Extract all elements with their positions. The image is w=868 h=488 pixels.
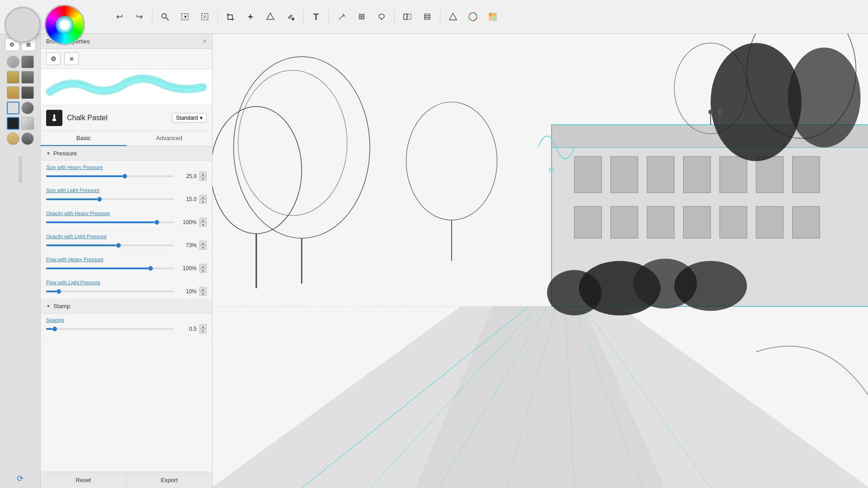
crop-tool[interactable] xyxy=(222,8,240,26)
opacity-heavy-down[interactable]: ▼ xyxy=(199,222,207,227)
size-light-thumb[interactable] xyxy=(97,197,102,202)
opacity-heavy-thumb[interactable] xyxy=(155,220,159,225)
size-light-up[interactable]: ▲ xyxy=(199,195,207,199)
brush-swatch-5[interactable] xyxy=(7,86,19,99)
color-circle[interactable] xyxy=(5,7,41,43)
toolbar-separator-3 xyxy=(303,9,303,24)
spacing-track[interactable] xyxy=(46,328,174,330)
undo-button[interactable]: ↩ xyxy=(110,8,128,26)
opacity-heavy-pressure-row: Opacity with Heavy Pressure 100% ▲ ▼ xyxy=(41,207,212,230)
size-light-down[interactable]: ▼ xyxy=(199,199,207,204)
flow-light-link[interactable]: Flow with Light Pressure xyxy=(46,280,100,285)
flow-heavy-track[interactable] xyxy=(46,267,174,269)
warp-tool[interactable] xyxy=(261,8,279,26)
brush-swatch-12[interactable] xyxy=(21,132,34,145)
layers-tool[interactable] xyxy=(418,8,436,26)
flow-light-thumb[interactable] xyxy=(57,289,61,294)
svg-rect-54 xyxy=(574,206,601,238)
mirror-tool[interactable] xyxy=(398,8,416,26)
size-heavy-down[interactable]: ▼ xyxy=(199,176,207,181)
opacity-light-link[interactable]: Opacity with Light Pressure xyxy=(46,234,107,239)
spacing-thumb[interactable] xyxy=(52,327,57,331)
opacity-light-up[interactable]: ▲ xyxy=(199,241,207,245)
brush-type-dropdown[interactable]: Standard ▾ xyxy=(172,113,207,123)
size-light-controls: 15.0 ▲ ▼ xyxy=(46,195,207,204)
panel-settings-btn[interactable]: ⚙ xyxy=(46,52,61,65)
spacing-link[interactable]: Spacing xyxy=(46,317,64,323)
opacity-light-track[interactable] xyxy=(46,244,174,246)
size-heavy-track[interactable] xyxy=(46,175,174,177)
pressure-section-header[interactable]: ▼ Pressure xyxy=(41,146,212,161)
opacity-heavy-arrows: ▲ ▼ xyxy=(199,218,207,227)
stamp-section-header[interactable]: ▼ Stamp xyxy=(41,299,212,314)
gradient-tool[interactable] xyxy=(444,8,462,26)
flow-heavy-thumb[interactable] xyxy=(148,266,153,271)
brush-swatch-7[interactable] xyxy=(7,102,19,114)
flow-light-fill xyxy=(46,291,57,292)
opacity-heavy-track[interactable] xyxy=(46,221,174,223)
tab-advanced[interactable]: Advanced xyxy=(127,131,212,146)
brush-swatch-11[interactable] xyxy=(7,132,19,145)
panel-list-btn[interactable]: ≡ xyxy=(64,52,79,65)
opacity-light-down[interactable]: ▼ xyxy=(199,245,207,250)
opacity-heavy-up[interactable]: ▲ xyxy=(199,218,207,222)
toolbar-separator-6 xyxy=(440,9,440,24)
size-heavy-link[interactable]: Size with Heavy Pressure xyxy=(46,164,103,170)
size-light-fill xyxy=(46,198,97,200)
svg-rect-50 xyxy=(684,156,711,192)
flow-light-track[interactable] xyxy=(46,291,174,292)
select-tool[interactable] xyxy=(176,8,194,26)
canvas-area[interactable] xyxy=(212,34,868,488)
add-node-tool[interactable] xyxy=(241,8,259,26)
opacity-light-thumb[interactable] xyxy=(116,243,121,248)
opacity-heavy-link[interactable]: Opacity with Heavy Pressure xyxy=(46,211,110,216)
brush-panel-scroll[interactable]: ▼ Pressure Size with Heavy Pressure 25.0… xyxy=(41,146,212,472)
sync-icon[interactable]: ⟳ xyxy=(17,474,24,483)
bucket-tool[interactable] xyxy=(281,8,299,26)
size-light-link[interactable]: Size with Light Pressure xyxy=(46,188,99,193)
svg-rect-53 xyxy=(793,156,820,192)
spacing-down[interactable]: ▼ xyxy=(199,329,207,333)
redo-button[interactable]: ↪ xyxy=(130,8,148,26)
color-tool[interactable] xyxy=(464,8,482,26)
grid-tool[interactable] xyxy=(484,8,502,26)
brush-swatch-10[interactable] xyxy=(21,117,34,130)
mesh-tool[interactable] xyxy=(353,8,371,26)
opacity-light-controls: 73% ▲ ▼ xyxy=(46,241,207,250)
spacing-up[interactable]: ▲ xyxy=(199,324,207,329)
flow-heavy-up[interactable]: ▲ xyxy=(199,264,207,268)
pen-tool[interactable] xyxy=(333,8,351,26)
brush-swatch-9-selected[interactable] xyxy=(7,117,19,130)
brush-swatch-4[interactable] xyxy=(21,71,34,84)
brush-swatch-8[interactable] xyxy=(21,102,34,114)
size-heavy-thumb[interactable] xyxy=(123,174,127,178)
opacity-light-fill xyxy=(46,244,116,246)
brush-swatch-3[interactable] xyxy=(7,71,19,84)
select-x-tool[interactable] xyxy=(196,8,214,26)
flow-heavy-down[interactable]: ▼ xyxy=(199,268,207,273)
tab-basic[interactable]: Basic xyxy=(41,131,127,146)
text-tool[interactable]: T xyxy=(307,8,325,26)
svg-rect-55 xyxy=(611,206,638,238)
zoom-tool[interactable] xyxy=(156,8,174,26)
flow-heavy-link[interactable]: Flow with Heavy Pressure xyxy=(46,257,104,262)
lasso-tool[interactable] xyxy=(373,8,391,26)
flow-light-up[interactable]: ▲ xyxy=(199,287,207,291)
brush-swatch-2[interactable] xyxy=(21,56,34,68)
brush-swatch-1[interactable] xyxy=(7,56,19,68)
left-panel-scrollbar[interactable] xyxy=(19,156,22,183)
size-heavy-fill xyxy=(46,175,123,177)
flow-heavy-value: 100% xyxy=(176,265,197,272)
left-brush-panel: ⚙ ⊞ ⟳ xyxy=(0,34,41,488)
brush-icon-box xyxy=(46,110,62,126)
panel-bottom-buttons: Reset Export xyxy=(41,472,212,488)
export-button[interactable]: Export xyxy=(127,472,212,488)
color-wheel[interactable] xyxy=(44,5,85,45)
panel-close-button[interactable]: × xyxy=(203,38,207,45)
flow-light-down[interactable]: ▼ xyxy=(199,291,207,296)
brush-swatch-6[interactable] xyxy=(21,86,34,99)
size-light-track[interactable] xyxy=(46,198,174,200)
svg-point-74 xyxy=(788,47,861,147)
reset-button[interactable]: Reset xyxy=(41,472,127,488)
size-heavy-up[interactable]: ▲ xyxy=(199,172,207,176)
